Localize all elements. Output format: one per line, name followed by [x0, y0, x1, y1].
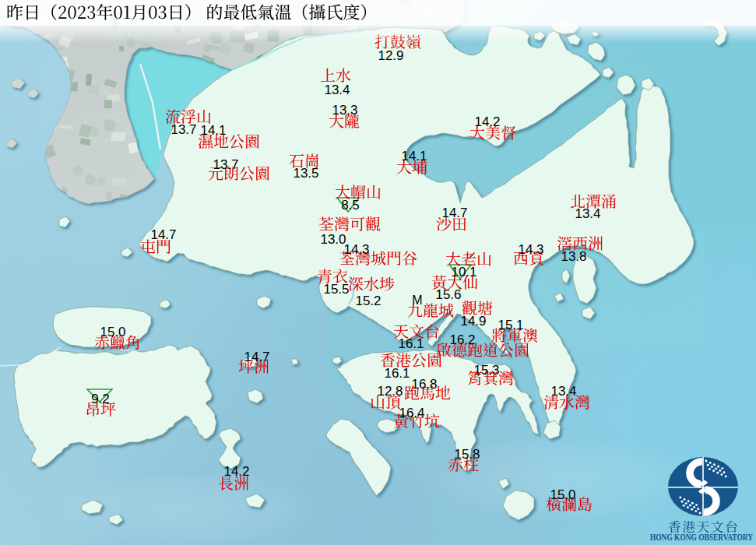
- svg-text:13.3: 13.3: [332, 103, 357, 118]
- svg-text:HONG KONG OBSERVATORY: HONG KONG OBSERVATORY: [650, 532, 753, 543]
- svg-text:15.5: 15.5: [323, 282, 349, 297]
- svg-text:14.1: 14.1: [200, 123, 226, 138]
- svg-text:14.2: 14.2: [223, 464, 249, 479]
- svg-text:13.4: 13.4: [324, 83, 350, 97]
- svg-text:13.7: 13.7: [171, 122, 196, 137]
- svg-text:13.8: 13.8: [561, 249, 586, 264]
- svg-text:8.5: 8.5: [341, 198, 360, 213]
- svg-text:14.2: 14.2: [474, 114, 500, 129]
- svg-text:14.7: 14.7: [244, 350, 269, 364]
- svg-text:10.1: 10.1: [451, 265, 476, 280]
- svg-text:14.3: 14.3: [343, 242, 369, 257]
- svg-text:16.8: 16.8: [411, 377, 437, 392]
- svg-text:13.5: 13.5: [293, 166, 318, 181]
- svg-text:15.3: 15.3: [473, 363, 499, 378]
- svg-text:14.1: 14.1: [401, 149, 427, 164]
- svg-text:14.3: 14.3: [518, 242, 543, 257]
- svg-text:9.2: 9.2: [91, 392, 110, 406]
- svg-text:M: M: [412, 294, 422, 307]
- svg-text:15.8: 15.8: [454, 447, 480, 462]
- svg-text:12.8: 12.8: [377, 384, 403, 399]
- svg-text:16.1: 16.1: [398, 336, 424, 351]
- svg-text:14.7: 14.7: [441, 206, 467, 220]
- svg-text:15.0: 15.0: [100, 325, 125, 339]
- svg-text:13.4: 13.4: [575, 206, 600, 221]
- svg-text:15.2: 15.2: [355, 294, 381, 308]
- svg-text:13.0: 13.0: [320, 232, 346, 247]
- svg-text:16.2: 16.2: [449, 332, 475, 347]
- svg-text:16.4: 16.4: [399, 406, 424, 420]
- svg-text:15.1: 15.1: [498, 318, 523, 332]
- svg-text:15.6: 15.6: [435, 287, 461, 302]
- svg-text:16.1: 16.1: [384, 366, 410, 381]
- svg-text:13.4: 13.4: [550, 384, 576, 399]
- svg-text:12.9: 12.9: [378, 48, 403, 63]
- svg-text:14.9: 14.9: [460, 314, 486, 329]
- svg-text:15.0: 15.0: [550, 487, 575, 502]
- svg-text:13.7: 13.7: [213, 157, 238, 172]
- svg-text:14.7: 14.7: [150, 227, 176, 242]
